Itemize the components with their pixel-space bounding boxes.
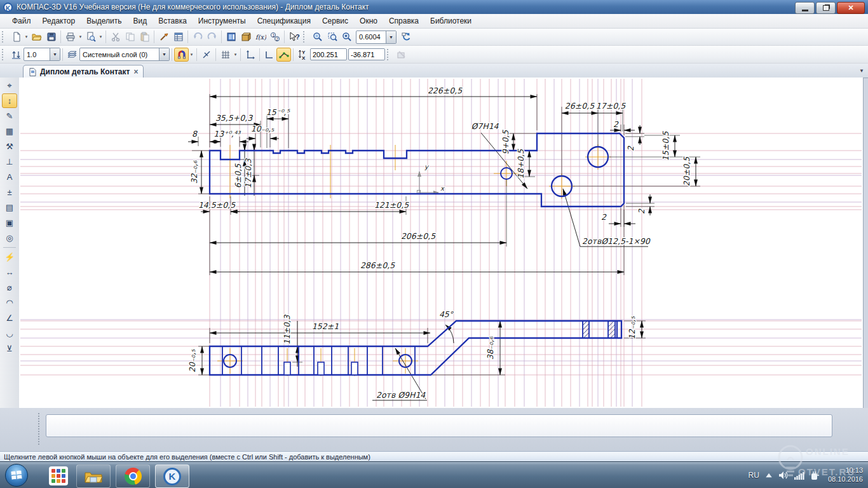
- panel-editing-button[interactable]: ⚒: [2, 139, 17, 154]
- taskbar-explorer[interactable]: [76, 464, 111, 488]
- menu-file[interactable]: Файл: [6, 15, 37, 27]
- menu-insert[interactable]: Вставка: [153, 15, 193, 27]
- language-indicator[interactable]: RU: [749, 471, 759, 480]
- copy-button[interactable]: [123, 30, 137, 44]
- taskbar-chrome[interactable]: [116, 464, 150, 488]
- paste-button[interactable]: [137, 30, 152, 44]
- tool-radial-dimension-button[interactable]: ◠: [2, 295, 17, 310]
- tab-list-dropdown[interactable]: ▼: [859, 68, 864, 74]
- menu-editor[interactable]: Редактор: [37, 15, 81, 27]
- close-button[interactable]: ✕: [837, 2, 865, 14]
- menu-service[interactable]: Сервис: [316, 15, 354, 27]
- menu-help[interactable]: Справка: [383, 15, 424, 27]
- tool-linear-dimension-button[interactable]: ↔: [2, 265, 17, 280]
- dim-label: 20₋₀,₅: [187, 349, 197, 372]
- property-bar-grip[interactable]: [38, 413, 42, 445]
- panel-specification-button[interactable]: ▤: [2, 200, 17, 215]
- zoom-value-combo[interactable]: 0.6004 ▼: [356, 30, 397, 44]
- power-plug-icon[interactable]: [810, 471, 820, 480]
- menu-libraries[interactable]: Библиотеки: [424, 15, 477, 27]
- menu-window[interactable]: Окно: [354, 15, 383, 27]
- panel-geometry-button[interactable]: ⌖: [2, 78, 17, 93]
- zoom-frame-button[interactable]: [325, 30, 339, 44]
- property-bar[interactable]: [46, 414, 832, 437]
- layer-combo[interactable]: Системный слой (0) ▼: [79, 48, 170, 61]
- toolbar-grip[interactable]: [2, 31, 6, 43]
- snap-dropdown[interactable]: ▾: [189, 48, 194, 62]
- local-cs-button[interactable]: [243, 48, 257, 62]
- fx-variables-button[interactable]: f(x): [253, 30, 268, 44]
- new-document-button[interactable]: [9, 30, 24, 44]
- panel-reports-button[interactable]: ▣: [2, 215, 17, 230]
- zoom-select-button[interactable]: [310, 30, 325, 44]
- grid-dropdown[interactable]: ▾: [233, 48, 238, 62]
- panel-designations-button[interactable]: ✎: [2, 109, 17, 123]
- volume-icon[interactable]: [778, 471, 789, 480]
- rounding-mode-button[interactable]: [276, 48, 291, 62]
- save-button[interactable]: [44, 30, 58, 44]
- tool-auto-dimension-button[interactable]: ⚡: [2, 250, 17, 264]
- panel-insertion-button[interactable]: ▦: [2, 124, 17, 139]
- tool-arc-dimension-button[interactable]: ◡: [2, 326, 17, 341]
- layer-combo-arrow[interactable]: ▼: [159, 48, 169, 60]
- tray-clock[interactable]: 10:13 08.10.2016: [828, 466, 863, 484]
- show-hidden-icons[interactable]: [765, 473, 773, 478]
- variables-button[interactable]: 12: [268, 30, 282, 44]
- panel-selection-button[interactable]: ±: [2, 185, 17, 200]
- panel-dimensions-button[interactable]: ↕: [2, 93, 17, 108]
- taskbar-app-grid[interactable]: [42, 464, 75, 487]
- copy-style-button[interactable]: [394, 48, 409, 62]
- dim-label: 15⁻⁰,⁵: [266, 107, 290, 117]
- dim-label: 6±0,5: [233, 163, 243, 188]
- ortho-mode-button[interactable]: [199, 48, 214, 62]
- print-button[interactable]: [63, 30, 78, 44]
- copy-properties-button[interactable]: [156, 30, 171, 44]
- redo-button[interactable]: [205, 30, 219, 44]
- corner-mode-button[interactable]: [262, 48, 276, 62]
- specification-button[interactable]: [171, 30, 186, 44]
- cut-button[interactable]: [108, 30, 123, 44]
- zoom-value: 0.6004: [356, 33, 386, 41]
- restore-button[interactable]: [816, 2, 836, 14]
- layers-icon-button[interactable]: [65, 48, 79, 62]
- scale-combo-arrow[interactable]: ▼: [50, 48, 60, 60]
- open-button[interactable]: [29, 30, 44, 44]
- zoom-combo-arrow[interactable]: ▼: [386, 31, 396, 43]
- snap-settings-button[interactable]: [174, 48, 189, 62]
- coord-x-input[interactable]: [310, 48, 347, 60]
- dim-label: 9+0,5: [501, 130, 510, 154]
- document-tab[interactable]: Диплом деталь Контакт ×: [23, 65, 144, 78]
- scale-combo[interactable]: 1.0 ▼: [24, 48, 60, 61]
- context-help-button[interactable]: ?: [287, 30, 301, 44]
- toolbar-grip[interactable]: [303, 31, 308, 43]
- minimize-button[interactable]: [795, 2, 815, 14]
- library-manager-button[interactable]: [238, 30, 253, 44]
- window-views-button[interactable]: [224, 30, 238, 44]
- start-button[interactable]: [5, 464, 28, 487]
- drawing-canvas[interactable]: y x: [19, 78, 864, 408]
- coord-y-input[interactable]: [348, 48, 385, 60]
- tab-close-icon[interactable]: ×: [133, 67, 138, 76]
- menu-tools[interactable]: Инструменты: [193, 15, 252, 27]
- panel-measure-button[interactable]: A: [2, 170, 17, 184]
- tool-diameter-dimension-button[interactable]: ⌀: [2, 280, 17, 295]
- new-document-dropdown[interactable]: ▾: [24, 30, 29, 44]
- refresh-image-button[interactable]: [398, 30, 413, 44]
- menu-select[interactable]: Выделить: [81, 15, 127, 27]
- panel-approvals-button[interactable]: ◎: [2, 231, 17, 245]
- grid-button[interactable]: [218, 48, 233, 62]
- print-preview-button[interactable]: [83, 30, 98, 44]
- menu-specification[interactable]: Спецификация: [252, 15, 316, 27]
- print-preview-dropdown[interactable]: ▾: [98, 30, 104, 44]
- undo-button[interactable]: [190, 30, 205, 44]
- tool-angular-dimension-button[interactable]: ∠: [2, 311, 17, 325]
- menu-view[interactable]: Вид: [128, 15, 153, 27]
- print-dropdown[interactable]: ▾: [78, 30, 83, 44]
- toolbar-grip[interactable]: [387, 49, 391, 60]
- tool-datum-button[interactable]: ⊻: [2, 341, 17, 356]
- toolbar-grip[interactable]: [2, 49, 6, 60]
- network-icon[interactable]: [794, 471, 804, 480]
- panel-parametrization-button[interactable]: ⊥: [2, 154, 17, 169]
- zoom-in-button[interactable]: [339, 30, 354, 44]
- taskbar-kompas[interactable]: K: [155, 464, 189, 488]
